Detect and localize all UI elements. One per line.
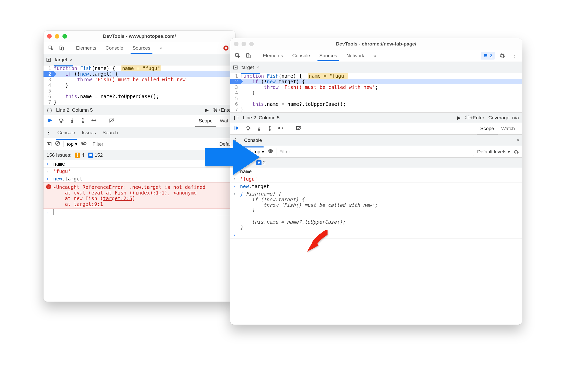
feedback-badge[interactable]: 2 [481,52,495,60]
line-number[interactable]: 2 [43,71,54,77]
file-tab-target[interactable]: target × [241,63,260,72]
drawer-menu-icon[interactable]: ⋮ [46,130,52,135]
code-line[interactable]: 3 throw 'Fish() must be called with new'… [230,84,522,90]
line-number[interactable]: 4 [230,90,241,96]
close-icon[interactable]: × [257,65,259,70]
line-number[interactable]: 7 [43,99,54,105]
step-out-icon[interactable] [267,125,272,132]
device-toggle-icon[interactable] [244,51,253,61]
line-number[interactable]: 2 [230,79,241,84]
code-line[interactable]: 7} [43,99,235,105]
navigator-toggle-icon[interactable] [233,65,238,70]
tab-network[interactable]: Network [342,50,368,61]
live-expression-icon[interactable] [267,148,274,155]
drawer-tab-issues[interactable]: Issues [80,128,97,138]
console-prompt[interactable] [43,209,235,216]
log-levels-selector[interactable]: Default levels ▾ [477,149,510,155]
line-number[interactable]: 6 [43,94,54,99]
line-number[interactable]: 5 [43,88,54,94]
console-settings-gear-icon[interactable] [513,149,519,155]
tab-elements[interactable]: Elements [259,50,287,61]
more-tabs-icon[interactable]: » [369,50,380,61]
scope-tab[interactable]: Scope [477,123,498,134]
deactivate-breakpoints-icon[interactable] [296,125,302,132]
minimize-window-dot[interactable] [242,42,246,46]
deactivate-breakpoints-icon[interactable] [109,118,115,124]
code-line[interactable]: 3 throw 'Fish() must be called with new [43,77,235,82]
step-icon[interactable] [91,118,97,124]
settings-gear-icon[interactable] [497,51,507,61]
issues-bar[interactable]: 2 Issues: 2 [230,158,522,168]
maximize-window-dot[interactable] [62,34,67,39]
drawer-tab-search[interactable]: Search [101,128,119,138]
close-window-dot[interactable] [234,42,238,46]
tab-sources[interactable]: Sources [128,43,155,53]
console-error[interactable]: ✕▸Uncaught ReferenceError: .new.target i… [43,182,235,209]
tab-sources[interactable]: Sources [315,50,341,61]
console-filter-input[interactable] [90,140,216,148]
step-out-icon[interactable] [80,118,85,124]
code-line[interactable]: 1function Fish(name) { name = "fugu" [230,73,522,79]
resume-icon[interactable] [234,125,239,132]
close-drawer-icon[interactable]: × [517,138,519,143]
code-line[interactable]: 4 } [43,82,235,88]
inspect-element-icon[interactable] [233,51,243,61]
code-line[interactable]: 5 [230,96,522,101]
code-editor[interactable]: 1function Fish(name) { name = "fugu"2 if… [230,73,522,113]
drawer-tab-console[interactable]: Console [56,128,77,138]
more-tabs-icon[interactable]: » [156,43,167,53]
console-filter-input[interactable] [277,148,474,156]
device-toggle-icon[interactable] [57,43,67,53]
kebab-menu-icon[interactable]: ⋮ [510,51,519,61]
clear-console-icon[interactable] [55,141,60,147]
step-icon[interactable] [278,125,284,132]
code-editor[interactable]: 1function Fish(name) { name = "fugu"2 if… [43,65,235,105]
code-line[interactable]: 4 } [230,90,522,96]
tab-console[interactable]: Console [101,43,127,53]
watch-tab[interactable]: Watch [498,123,518,134]
line-number[interactable]: 3 [230,84,241,90]
line-number[interactable]: 5 [230,96,241,101]
step-into-icon[interactable] [256,125,262,132]
run-hint: ⌘+Enter [465,115,484,121]
close-icon[interactable]: × [70,57,73,63]
console-output[interactable]: name'fugu'new.targetƒ Fish(name) { if (!… [230,168,522,239]
run-icon[interactable]: ▶ [205,107,209,113]
info-issues-chip[interactable]: 152 [88,152,103,158]
format-icon[interactable]: { } [233,115,239,121]
console-sidebar-icon[interactable] [47,142,52,147]
line-number[interactable]: 1 [43,65,54,71]
console-function-output[interactable]: ƒ Fish(name) { if (!new.target) { throw … [230,190,522,231]
format-icon[interactable]: { } [47,107,52,113]
line-number[interactable]: 1 [230,73,241,79]
line-number[interactable]: 6 [230,101,241,107]
live-expression-icon[interactable] [81,141,87,147]
watch-tab[interactable]: Wat [216,116,232,127]
tab-console[interactable]: Console [288,50,314,61]
console-prompt[interactable] [230,231,522,239]
code-line[interactable]: 2 if (!new.target) { [230,79,522,84]
run-icon[interactable]: ▶ [457,115,461,121]
scope-tab[interactable]: Scope [195,116,216,127]
minimize-window-dot[interactable] [55,34,59,39]
step-into-icon[interactable] [70,118,75,124]
code-line[interactable]: 6 this.name = name?.toUpperCase(); [230,101,522,107]
resume-icon[interactable] [47,118,53,124]
line-number[interactable]: 4 [43,82,54,88]
warning-issues-chip[interactable]: ! 4 [75,152,84,158]
code-line[interactable]: 7} [230,107,522,112]
file-tab-target[interactable]: target × [54,55,73,64]
navigator-toggle-icon[interactable] [46,57,51,62]
line-number[interactable]: 7 [230,107,241,112]
context-selector[interactable]: top ▾ [67,141,78,147]
code-line[interactable]: 2 if (!new.target) { [43,71,235,77]
step-over-icon[interactable] [58,118,64,124]
maximize-window-dot[interactable] [249,42,254,46]
step-over-icon[interactable] [245,125,251,132]
code-line[interactable]: 5 [43,88,235,94]
line-number[interactable]: 3 [43,77,54,82]
code-line[interactable]: 6 this.name = name?.toUpperCase(); [43,94,235,99]
tab-elements[interactable]: Elements [72,43,100,53]
close-window-dot[interactable] [47,34,52,39]
inspect-element-icon[interactable] [46,43,56,53]
